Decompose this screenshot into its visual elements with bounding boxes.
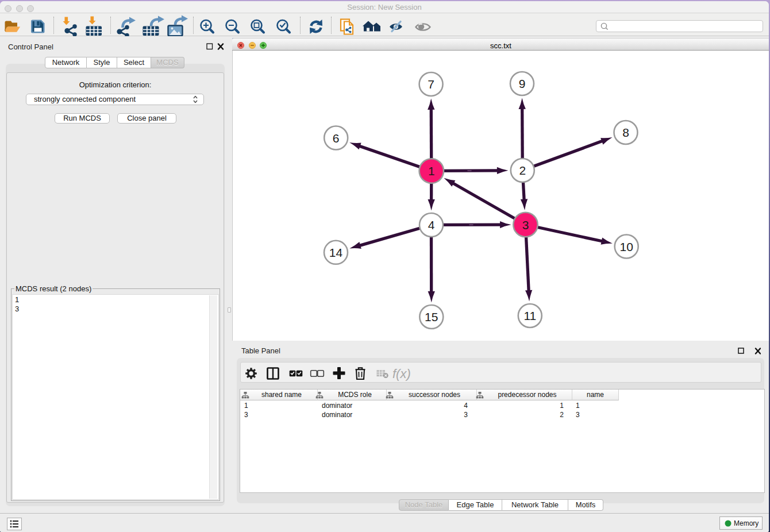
svg-text:6: 6	[333, 132, 340, 145]
svg-text:7: 7	[428, 78, 434, 91]
svg-text:3: 3	[522, 218, 529, 232]
svg-text:9: 9	[519, 77, 526, 90]
svg-text:4: 4	[428, 218, 435, 232]
svg-text:1: 1	[428, 164, 435, 178]
svg-text:14: 14	[329, 246, 343, 259]
svg-text:8: 8	[622, 126, 629, 139]
svg-text:2: 2	[519, 164, 526, 177]
svg-text:f(x): f(x)	[392, 367, 411, 381]
svg-text:10: 10	[620, 240, 633, 253]
svg-text:15: 15	[425, 310, 438, 323]
svg-text:11: 11	[523, 309, 536, 322]
